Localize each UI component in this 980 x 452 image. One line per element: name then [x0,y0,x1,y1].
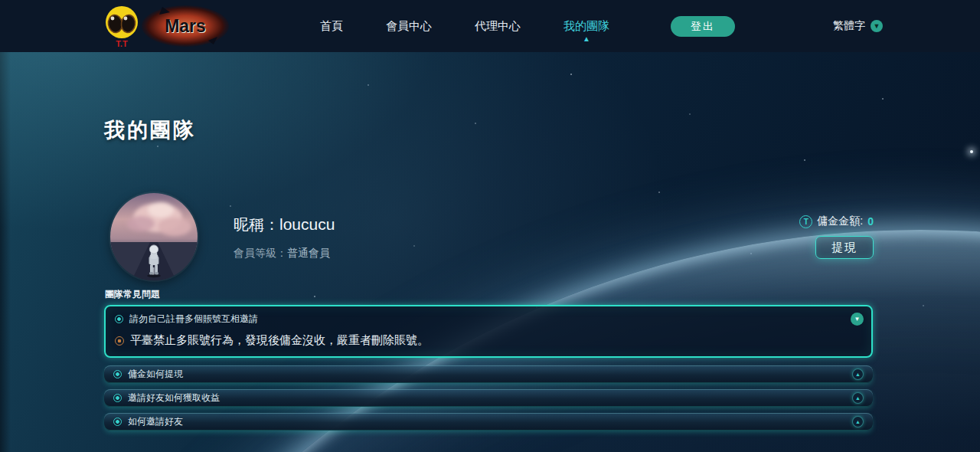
answer-bullet-icon [115,336,124,346]
faq-question: 邀請好友如何獲取收益 [128,391,220,405]
chevron-circle-up-icon: ▲ [852,416,864,427]
withdraw-button[interactable]: 提現 [815,236,874,259]
faq-item-collapsed[interactable]: 邀請好友如何獲取收益 ▲ [104,389,873,407]
member-level-row: 會員等級：普通會員 [234,247,330,260]
commission-label: 傭金金額: [817,215,863,228]
nickname-label: 昵稱： [234,216,279,233]
brand-logo[interactable]: T.T Mars Mars [104,3,230,52]
bright-star [970,150,973,153]
faq-item-collapsed[interactable]: 傭金如何提現 ▲ [104,365,873,383]
chevron-circle-down-icon[interactable]: ▼ [851,313,864,326]
chevron-circle-up-icon: ▲ [852,392,864,404]
starfield [0,52,2,54]
svg-text:Mars: Mars [165,16,206,36]
member-level-label: 會員等級： [234,247,287,259]
faq-answer: 平臺禁止多賬號行為，發現後傭金沒收，嚴重者刪除賬號。 [130,333,429,348]
alien-icon: T.T [104,3,139,52]
commission-value: 0 [867,215,874,228]
active-tab-indicator-icon: ▲ [583,35,590,43]
hero-section: 我的團隊 [0,52,980,452]
main-nav: 首頁 會員中心 代理中心 我的團隊 ▲ [320,0,609,52]
commission-row: T 傭金金額: 0 [799,215,874,228]
chevron-down-icon: ▼ [871,20,883,32]
mars-badge: Mars Mars [141,4,230,51]
tether-coin-icon: T [799,215,812,228]
nickname-row: 昵稱：loucucu [234,215,335,235]
nickname-value: loucucu [279,215,335,233]
svg-text:T.T: T.T [116,39,128,48]
nav-item-label: 我的團隊 [564,19,609,32]
faq-question: 請勿自己註冊多個賬號互相邀請 [129,313,258,326]
nav-item-agent-center[interactable]: 代理中心 [475,19,521,34]
logout-button[interactable]: 登出 [671,16,735,37]
faq-question-row[interactable]: 請勿自己註冊多個賬號互相邀請 [115,313,862,326]
faq-section-title: 團隊常見問題 [105,288,160,301]
nav-item-my-team[interactable]: 我的團隊 ▲ [564,19,609,34]
faq-item-expanded[interactable]: 請勿自己註冊多個賬號互相邀請 ▼ 平臺禁止多賬號行為，發現後傭金沒收，嚴重者刪除… [104,305,873,358]
question-bullet-icon [113,418,122,426]
chevron-circle-up-icon: ▲ [852,368,864,380]
faq-question: 傭金如何提現 [128,368,183,381]
faq-answer-row: 平臺禁止多賬號行為，發現後傭金沒收，嚴重者刪除賬號。 [115,333,862,348]
language-selector[interactable]: 繁體字 ▼ [833,0,883,52]
question-bullet-icon [113,370,122,378]
page-title: 我的團隊 [104,116,196,144]
language-label: 繁體字 [833,19,865,33]
question-bullet-icon [113,394,122,402]
nav-item-member-center[interactable]: 會員中心 [386,19,432,34]
question-bullet-icon [115,315,123,323]
nav-item-home[interactable]: 首頁 [320,19,343,34]
avatar [110,193,198,280]
faq-item-collapsed[interactable]: 如何邀請好友 ▲ [104,413,873,431]
member-level-value: 普通會員 [287,247,330,259]
header: T.T Mars Mars 首頁 [0,0,980,52]
faq-question: 如何邀請好友 [128,415,183,428]
